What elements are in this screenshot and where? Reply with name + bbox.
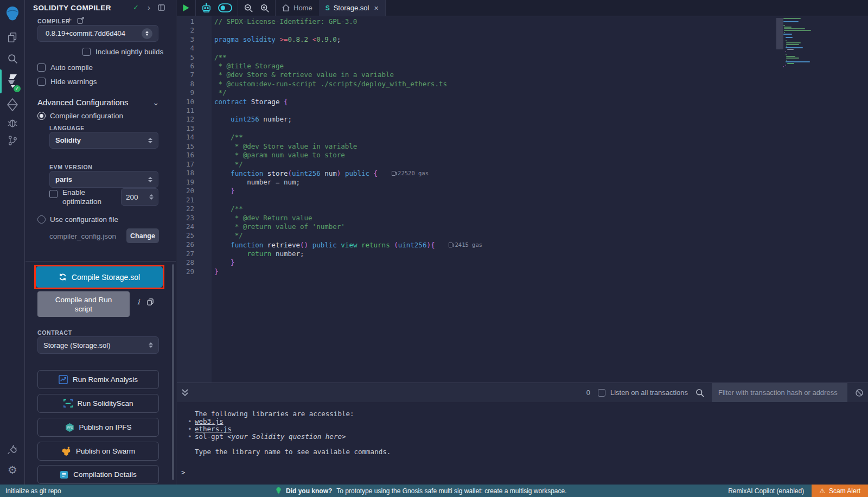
scam-alert-button[interactable]: ⚠ Scam Alert (812, 485, 868, 497)
debugger-bug-icon[interactable] (0, 116, 25, 129)
open-file-icon[interactable] (77, 17, 84, 24)
code-line[interactable]: 16 * @param num value to store (177, 151, 868, 160)
plugin-manager-icon[interactable] (0, 442, 25, 456)
git-init-status[interactable]: Initialize as git repo (5, 487, 61, 495)
publish-swarm-button[interactable]: Publish on Swarm (37, 442, 159, 461)
compiler-config-radio[interactable] (37, 112, 46, 120)
contract-select[interactable]: Storage (Storage.sol) (37, 336, 159, 354)
code-line[interactable]: 22 /** (177, 205, 868, 213)
code-line[interactable]: 23 * @dev Return value (177, 214, 868, 222)
search-icon[interactable] (0, 52, 25, 66)
code-line[interactable]: 20 } (177, 187, 868, 195)
hide-warnings-checkbox[interactable] (37, 78, 46, 86)
scam-alert-label: Scam Alert (829, 487, 860, 495)
remix-logo-icon[interactable] (0, 3, 25, 24)
language-select[interactable]: Solidity (49, 132, 158, 149)
code-line[interactable]: 10contract Storage { (177, 98, 868, 106)
code-line[interactable]: 27 return number; (177, 250, 868, 258)
deploy-run-icon[interactable] (0, 98, 25, 112)
optimization-runs-input[interactable]: 200 (121, 188, 158, 206)
listen-transactions-toggle[interactable]: Listen on all transactions (598, 388, 688, 397)
compile-run-script-button[interactable]: Compile and Run script (37, 291, 130, 317)
auto-compile-checkbox[interactable] (37, 63, 46, 72)
code-line[interactable]: 21 (177, 196, 868, 205)
code-line[interactable]: 8 * @custom:dev-run-script ./scripts/dep… (177, 80, 868, 88)
copilot-status[interactable]: RemixAI Copilot (enabled) (728, 487, 804, 495)
compiler-version-select[interactable]: 0.8.19+commit.7dd6d404 (37, 25, 158, 42)
ethers-link[interactable]: ethers.js (195, 425, 232, 433)
code-editor[interactable]: 1// SPDX-License-Identifier: GPL-3.02 3p… (177, 16, 868, 383)
terminal-hint: Type the library name to see available c… (195, 448, 391, 456)
code-line[interactable]: 18 function store(uint256 num) public {2… (177, 169, 868, 178)
nightly-builds-checkbox[interactable] (82, 48, 91, 56)
add-compiler-icon[interactable]: + (67, 15, 72, 25)
publish-ipfs-button[interactable]: IPFS Publish on IPFS (37, 418, 159, 437)
evm-version-select[interactable]: paris (49, 171, 158, 188)
code-line[interactable]: 19 number = num; (177, 178, 868, 187)
code-line[interactable]: 29} (177, 267, 868, 276)
code-line[interactable]: 5/** (177, 53, 868, 62)
code-line[interactable]: 3pragma solidity >=0.8.2 <0.9.0; (177, 35, 868, 44)
listen-checkbox[interactable] (598, 389, 605, 397)
action-label: Publish on Swarm (76, 447, 135, 455)
editor-minimap[interactable] (783, 16, 844, 68)
line-number: 26 (177, 240, 203, 250)
settings-gear-icon[interactable]: ⚙ (0, 463, 25, 477)
tab-home[interactable]: Home (276, 0, 319, 16)
tab-storage-sol[interactable]: S Storage.sol × (319, 0, 386, 16)
config-file-name[interactable]: compiler_config.json (49, 232, 116, 240)
panel-scrollbar[interactable] (172, 264, 174, 480)
use-config-file-radio[interactable] (37, 215, 46, 224)
select-arrows-icon (148, 138, 152, 143)
zoom-out-icon[interactable] (244, 3, 253, 13)
code-line[interactable]: 12 uint256 number; (177, 115, 868, 124)
pin-panel-icon[interactable] (158, 4, 165, 11)
ban-icon[interactable] (855, 388, 864, 397)
file-explorer-icon[interactable] (0, 30, 25, 44)
code-line[interactable]: 15 * @dev Store value in variable (177, 142, 868, 151)
run-solidityscan-button[interactable]: Run SolidityScan (37, 394, 159, 413)
terminal-search-icon[interactable] (695, 388, 704, 397)
git-branch-icon[interactable] (0, 134, 25, 147)
web3-link[interactable]: web3.js (195, 417, 224, 425)
solidity-compiler-icon[interactable]: ✓ (0, 71, 25, 91)
advanced-configurations-title[interactable]: Advanced Configurations (37, 98, 129, 107)
code-line[interactable]: 25 */ (177, 231, 868, 240)
line-number: 1 (177, 17, 203, 26)
code-line[interactable]: 1// SPDX-License-Identifier: GPL-3.0 (177, 17, 868, 26)
code-line[interactable]: 2 (177, 26, 868, 35)
line-number: 17 (177, 160, 203, 169)
code-line[interactable]: 14 /** (177, 133, 868, 142)
code-line[interactable]: 6 * @title Storage (177, 62, 868, 71)
change-config-button[interactable]: Change (126, 228, 159, 243)
copilot-toggle-icon[interactable] (218, 3, 232, 12)
code-line[interactable]: 9 */ (177, 88, 868, 97)
terminal-prompt[interactable]: > (181, 468, 186, 476)
run-remix-analysis-button[interactable]: Run Remix Analysis (37, 370, 159, 389)
code-line[interactable]: 24 * @return value of 'number' (177, 222, 868, 231)
code-line[interactable]: 13 (177, 124, 868, 133)
copy-icon[interactable] (147, 298, 154, 305)
compile-button[interactable]: Compile Storage.sol (36, 266, 163, 288)
ai-robot-icon[interactable] (201, 3, 212, 13)
code-line[interactable]: 17 */ (177, 160, 868, 169)
code-line[interactable]: 26 function retrieve() public view retur… (177, 240, 868, 250)
code-line[interactable]: 28 } (177, 258, 868, 267)
filter-transactions-input[interactable] (712, 383, 847, 403)
close-tab-icon[interactable]: × (374, 4, 378, 12)
chevron-down-icon[interactable]: ⌄ (152, 98, 159, 107)
compilation-details-button[interactable]: Compilation Details (37, 465, 159, 484)
play-icon[interactable] (182, 4, 190, 12)
editor-scrollbar[interactable] (776, 18, 783, 49)
code-line[interactable]: 7 * @dev Store & retrieve value in a var… (177, 71, 868, 79)
info-icon[interactable]: i (137, 297, 139, 306)
code-line[interactable]: 11 (177, 106, 868, 115)
collapse-terminal-icon[interactable] (181, 388, 189, 397)
chevron-right-icon[interactable]: › (148, 3, 150, 12)
terminal[interactable]: The following libraries are accessible: … (177, 402, 868, 485)
refresh-icon (59, 273, 67, 281)
zoom-in-icon[interactable] (260, 3, 270, 13)
enable-optimization-checkbox[interactable] (49, 190, 58, 198)
code-line[interactable]: 4 (177, 44, 868, 53)
scan-frame-icon (63, 399, 73, 408)
